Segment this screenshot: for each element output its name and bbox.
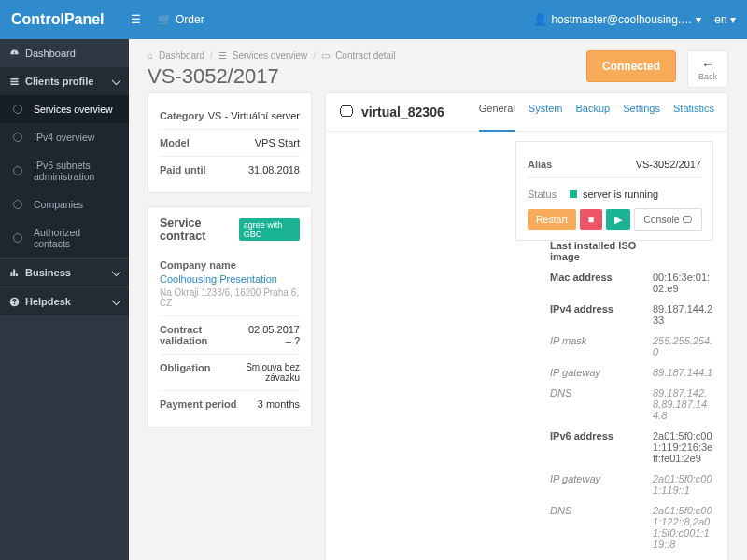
sidebar-sub-services[interactable]: Services overview bbox=[0, 95, 129, 123]
monitor-icon: 🖵 bbox=[339, 104, 354, 120]
status-dot-icon bbox=[570, 190, 577, 198]
sidebar-label: Clients profile bbox=[25, 76, 93, 87]
stop-icon: ■ bbox=[588, 214, 594, 225]
company-address: Na Okraji 1233/6, 16200 Praha 6, CZ bbox=[160, 287, 300, 308]
v: VS - Virtuální server bbox=[208, 110, 300, 121]
k: Paid until bbox=[160, 164, 206, 175]
brand: ControlPanel bbox=[11, 11, 129, 28]
lang-menu[interactable]: en ▾ bbox=[714, 13, 736, 26]
k: Model bbox=[160, 137, 190, 148]
sidebar-sub-ipv4[interactable]: IPv4 overview bbox=[0, 123, 129, 151]
info-card: CategoryVS - Virtuální server ModelVPS S… bbox=[148, 92, 312, 193]
gbc-badge: agree with GBC bbox=[239, 218, 300, 241]
sidebar-label: Business bbox=[25, 267, 71, 278]
monitor-icon: 🖵 bbox=[683, 214, 693, 225]
user-icon: 👤 bbox=[533, 13, 547, 26]
chevron-down-icon: ▾ bbox=[730, 13, 736, 26]
tab-system[interactable]: System bbox=[529, 103, 563, 121]
console-button[interactable]: Console 🖵 bbox=[634, 208, 702, 231]
cart-icon: 🛒 bbox=[158, 13, 172, 26]
restart-button[interactable]: Restart bbox=[528, 209, 576, 230]
back-label: Back bbox=[698, 72, 718, 81]
status-label: Status bbox=[528, 189, 557, 200]
page-title: VS-3052/2017 bbox=[148, 64, 575, 89]
v: Smlouva bez závazku bbox=[210, 362, 300, 383]
k: Alias bbox=[528, 159, 552, 170]
sub-label: IPv4 overview bbox=[34, 132, 94, 143]
v: 02.05.2017 – ? bbox=[240, 324, 300, 346]
sidebar-item-helpdesk[interactable]: Helpdesk bbox=[0, 287, 129, 315]
k: Company name bbox=[160, 259, 300, 271]
gauge-icon bbox=[9, 49, 20, 59]
status-card: AliasVS-3052/2017 Status server is runni… bbox=[515, 141, 713, 241]
sub-label: IPv6 subnets administration bbox=[34, 160, 120, 182]
console-label: Console bbox=[643, 214, 680, 225]
sidebar-sub-companies[interactable]: Companies bbox=[0, 190, 129, 218]
company-link[interactable]: Coolhousing Presentation bbox=[160, 273, 300, 285]
list-icon bbox=[9, 77, 20, 87]
v: VPS Start bbox=[255, 137, 300, 148]
home-icon[interactable]: ⌂ bbox=[148, 50, 153, 61]
sub-label: Authorized contacts bbox=[34, 227, 120, 249]
sidebar-item-dashboard[interactable]: Dashboard bbox=[0, 39, 129, 67]
k: Obligation bbox=[160, 362, 210, 383]
order-label: Order bbox=[176, 13, 204, 26]
crumb-dashboard[interactable]: Dashboard bbox=[159, 50, 204, 61]
sidebar-label: Dashboard bbox=[25, 48, 76, 59]
sidebar-item-business[interactable]: Business bbox=[0, 259, 129, 287]
contract-card: Service contract agree with GBC Company … bbox=[148, 206, 312, 427]
file-icon: ▭ bbox=[321, 50, 330, 61]
tab-settings[interactable]: Settings bbox=[623, 103, 660, 121]
play-button[interactable]: ▶ bbox=[606, 209, 630, 230]
list-icon: ☰ bbox=[218, 50, 227, 61]
play-icon: ▶ bbox=[614, 214, 622, 225]
k: Payment period bbox=[160, 399, 237, 410]
crumb-services[interactable]: Services overview bbox=[233, 50, 308, 61]
sub-label: Services overview bbox=[34, 104, 113, 115]
k: Contract validation bbox=[160, 324, 240, 346]
menu-toggle-icon[interactable]: ☰ bbox=[131, 13, 141, 26]
stop-button[interactable]: ■ bbox=[580, 209, 602, 230]
question-icon bbox=[9, 297, 20, 307]
back-button[interactable]: ← Back bbox=[687, 50, 728, 88]
tab-stats[interactable]: Statistics bbox=[673, 103, 714, 121]
chart-icon bbox=[9, 268, 20, 278]
chevron-down-icon: ▾ bbox=[696, 13, 701, 26]
sidebar-item-clients[interactable]: Clients profile bbox=[0, 67, 129, 95]
v: VS-3052/2017 bbox=[636, 159, 701, 170]
order-link[interactable]: 🛒 Order bbox=[158, 13, 204, 26]
v: 31.08.2018 bbox=[248, 164, 300, 175]
tab-general[interactable]: General bbox=[479, 103, 515, 132]
sidebar-label: Helpdesk bbox=[25, 296, 71, 307]
service-name: virtual_82306 bbox=[361, 105, 444, 119]
sub-label: Companies bbox=[34, 199, 83, 210]
user-label: hostmaster@coolhousing.… bbox=[551, 13, 692, 26]
lang-label: en bbox=[714, 13, 726, 26]
contract-title: Service contract bbox=[160, 217, 239, 243]
k: Category bbox=[160, 110, 204, 121]
breadcrumb: ⌂ Dashboard / ☰ Services overview / ▭ Co… bbox=[148, 50, 575, 61]
status-text: server is running bbox=[583, 189, 658, 200]
connected-button[interactable]: Connected bbox=[586, 50, 676, 82]
crumb-detail: Contract detail bbox=[335, 50, 395, 61]
sidebar-sub-contacts[interactable]: Authorized contacts bbox=[0, 218, 129, 258]
v: 3 months bbox=[258, 399, 300, 410]
sidebar-sub-ipv6[interactable]: IPv6 subnets administration bbox=[0, 151, 129, 190]
tab-backup[interactable]: Backup bbox=[576, 103, 611, 121]
user-menu[interactable]: 👤 hostmaster@coolhousing.… ▾ bbox=[533, 13, 701, 26]
arrow-left-icon: ← bbox=[698, 57, 718, 72]
